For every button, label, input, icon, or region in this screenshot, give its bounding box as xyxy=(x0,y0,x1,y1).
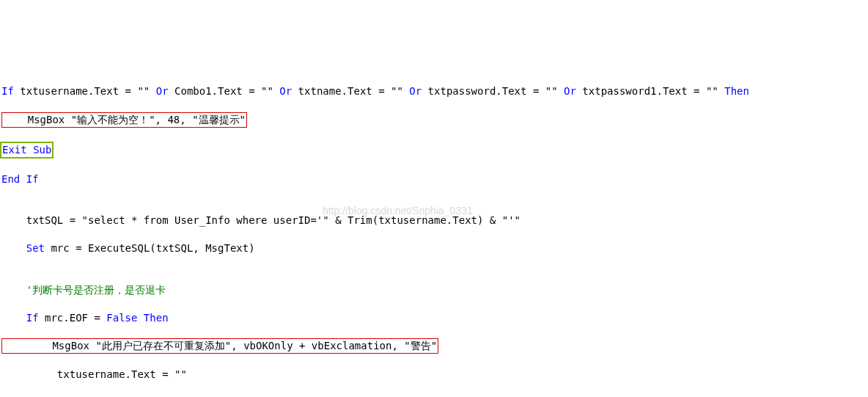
kw-end: End xyxy=(1,173,20,185)
kw-if: If xyxy=(20,173,38,185)
txt: txtpassword1.Text = "" xyxy=(576,85,724,97)
code-line-4: End If xyxy=(1,172,867,186)
kw-false-then: False Then xyxy=(106,312,168,324)
kw-or: Or xyxy=(564,85,576,97)
indent xyxy=(1,312,26,324)
highlight-green: Exit Sub xyxy=(0,142,54,159)
kw-then: Then xyxy=(724,85,749,97)
kw-if: If xyxy=(26,312,39,324)
txt: mrc.EOF = xyxy=(39,312,107,324)
txt: txtname.Text = "" xyxy=(292,85,409,97)
highlight-red-2: MsgBox "此用户已存在不可重复添加", vbOKOnly + vbExcl… xyxy=(1,338,438,354)
code-line-11: MsgBox "此用户已存在不可重复添加", vbOKOnly + vbExcl… xyxy=(1,338,867,354)
kw-or: Or xyxy=(409,85,422,97)
txt: txtusername.Text = "" xyxy=(14,85,156,97)
code-line-7: Set mrc = ExecuteSQL(txtSQL, MsgText) xyxy=(1,241,867,255)
kw-or: Or xyxy=(279,85,292,97)
code-line-3: Exit Sub xyxy=(1,142,867,159)
comment: '判断卡号是否注册，是否退卡 xyxy=(1,284,166,296)
code-line-9: '判断卡号是否注册，是否退卡 xyxy=(1,283,867,297)
code-line-6: txtSQL = "select * from User_Info where … xyxy=(1,214,867,227)
kw-or: Or xyxy=(156,85,169,97)
txt: mrc = ExecuteSQL(txtSQL, MsgText) xyxy=(45,242,255,254)
code-line-1: If txtusername.Text = "" Or Combo1.Text … xyxy=(1,84,867,98)
indent xyxy=(1,242,26,254)
kw-if: If xyxy=(1,85,14,97)
code-line-10: If mrc.EOF = False Then xyxy=(1,311,867,325)
code-line-12: txtusername.Text = "" xyxy=(1,368,867,382)
kw-set: Set xyxy=(26,242,45,254)
txt: txtpassword.Text = "" xyxy=(422,85,564,97)
highlight-red-1: MsgBox "输入不能为空！", 48, "温馨提示" xyxy=(1,112,247,128)
kw-exit-sub: Exit Sub xyxy=(2,144,51,156)
code-line-2: MsgBox "输入不能为空！", 48, "温馨提示" xyxy=(1,112,867,128)
txt: Combo1.Text = "" xyxy=(169,85,280,97)
